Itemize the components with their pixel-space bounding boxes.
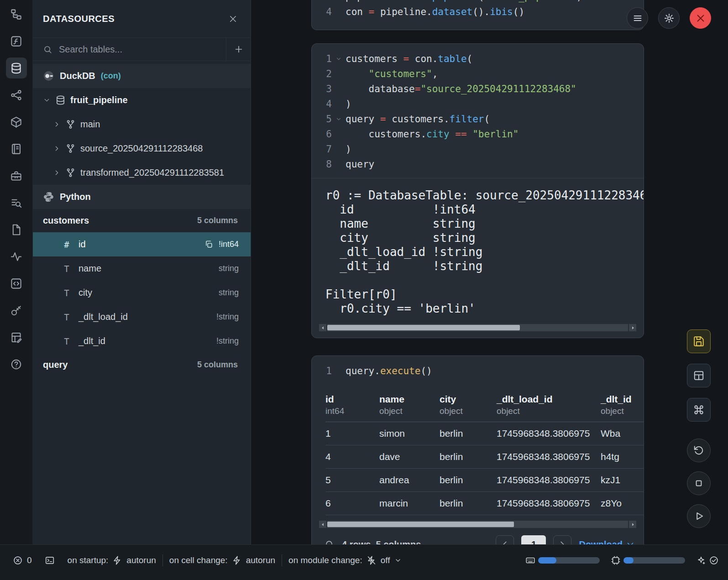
table-row[interactable]: 5andreaberlin1745968348.3806975kzJ1 bbox=[325, 469, 644, 492]
download-link[interactable]: Download bbox=[579, 539, 635, 545]
code-line[interactable]: 2 "customers", bbox=[312, 66, 644, 81]
scrollbar-thumb[interactable] bbox=[327, 325, 520, 330]
code-block-icon[interactable] bbox=[6, 273, 27, 294]
add-datasource-button[interactable] bbox=[226, 38, 251, 61]
on-startup-setting[interactable]: on startup: autorun bbox=[61, 555, 162, 565]
tree-item-fruit_pipeline[interactable]: fruit_pipeline bbox=[33, 88, 251, 112]
code-line[interactable]: 8query bbox=[312, 157, 644, 172]
code-line[interactable]: 4con = pipeline.dataset().ibis() bbox=[312, 4, 644, 19]
save-button[interactable] bbox=[687, 329, 711, 353]
help-icon[interactable] bbox=[6, 354, 27, 375]
scrollbar-track[interactable] bbox=[327, 521, 628, 528]
next-page-button[interactable] bbox=[553, 535, 571, 544]
scroll-left-icon[interactable] bbox=[319, 324, 326, 331]
function-icon[interactable] bbox=[6, 31, 27, 52]
settings-button[interactable] bbox=[658, 7, 680, 29]
page-number-box[interactable]: 1 bbox=[521, 535, 546, 544]
prev-page-button[interactable] bbox=[496, 535, 514, 544]
scrollbar-thumb[interactable] bbox=[327, 522, 514, 527]
code-line[interactable]: 1query.execute() bbox=[312, 363, 644, 378]
notebook-icon[interactable] bbox=[6, 138, 27, 159]
scrollbar-track[interactable] bbox=[327, 324, 628, 331]
command-palette-button[interactable] bbox=[687, 398, 711, 422]
code-line[interactable]: 6 customers.city == "berlin" bbox=[312, 126, 644, 141]
close-panel-icon[interactable] bbox=[228, 14, 238, 24]
graph-icon[interactable] bbox=[6, 84, 27, 105]
code-line[interactable]: 7) bbox=[312, 141, 644, 157]
close-button[interactable] bbox=[690, 7, 711, 29]
sparkles-icon[interactable] bbox=[696, 555, 706, 565]
scroll-left-icon[interactable] bbox=[319, 521, 326, 528]
customers-table-header[interactable]: customers 5 columns bbox=[33, 209, 251, 232]
chevron-down-icon[interactable] bbox=[43, 96, 51, 104]
table-header-id[interactable]: idint64 bbox=[325, 387, 379, 422]
table-row[interactable]: 4daveberlin1745968348.3806975h4tg bbox=[325, 445, 644, 469]
flow-tree-icon[interactable] bbox=[6, 4, 27, 25]
menu-button[interactable] bbox=[627, 7, 648, 29]
keyboard-icon[interactable] bbox=[525, 555, 535, 565]
code-line[interactable]: 4) bbox=[312, 96, 644, 111]
code-editor[interactable]: 1customers = con.table(2 "customers",3 d… bbox=[312, 44, 644, 178]
code-line[interactable]: 5query = customers.filter( bbox=[312, 111, 644, 126]
chevron-right-icon[interactable] bbox=[53, 169, 61, 177]
code-editor[interactable]: 3pipeline = dlt.pipeline("fruit_pipeline… bbox=[312, 0, 644, 26]
toolbox-icon[interactable] bbox=[6, 165, 27, 186]
tree-item-main[interactable]: main bbox=[33, 112, 251, 136]
on-module-change-setting[interactable]: on module change: off bbox=[282, 555, 408, 565]
query-table-header[interactable]: query 5 columns bbox=[33, 353, 251, 376]
fold-chevron-down-icon[interactable] bbox=[335, 116, 342, 122]
column-row-id[interactable]: #id!int64 bbox=[33, 232, 251, 256]
table-header-_dlt_id[interactable]: _dlt_idobject bbox=[601, 387, 644, 422]
key-icon[interactable] bbox=[6, 300, 27, 321]
search-tables-input[interactable] bbox=[59, 38, 226, 61]
activity-icon[interactable] bbox=[6, 246, 27, 267]
python-section-row[interactable]: Python bbox=[33, 185, 251, 209]
tree-item-source_202504291112283468[interactable]: source_202504291112283468 bbox=[33, 136, 251, 161]
undo-button[interactable] bbox=[687, 439, 711, 462]
chevron-right-icon[interactable] bbox=[53, 145, 61, 152]
scroll-right-icon[interactable] bbox=[629, 324, 636, 331]
code-cell-setup[interactable]: 3pipeline = dlt.pipeline("fruit_pipeline… bbox=[311, 0, 644, 30]
scroll-right-icon[interactable] bbox=[629, 521, 636, 528]
column-row-city[interactable]: Tcitystring bbox=[33, 281, 251, 305]
code-cell-execute[interactable]: 1query.execute() idint64nameobjectcityob… bbox=[311, 355, 644, 544]
run-button[interactable] bbox=[687, 504, 711, 528]
keyboard-slider[interactable] bbox=[538, 557, 600, 564]
layout-button[interactable] bbox=[687, 364, 711, 387]
on-cell-change-setting[interactable]: on cell change: autorun bbox=[163, 555, 282, 565]
code-line[interactable]: 3pipeline = dlt.pipeline("fruit_pipeline… bbox=[312, 0, 644, 4]
column-row-_dlt_id[interactable]: T_dlt_id!string bbox=[33, 329, 251, 353]
errors-indicator[interactable]: 0 bbox=[6, 555, 38, 565]
chip-slider[interactable] bbox=[623, 557, 685, 564]
code-editor[interactable]: 1query.execute() bbox=[312, 356, 644, 385]
code-line[interactable]: 3 database="source_202504291112283468" bbox=[312, 81, 644, 96]
database-icon[interactable] bbox=[6, 57, 27, 78]
output-horizontal-scrollbar[interactable] bbox=[319, 324, 636, 331]
table-row[interactable]: 1simonberlin1745968348.3806975Wba bbox=[325, 422, 644, 445]
fold-chevron-down-icon[interactable] bbox=[335, 56, 342, 62]
code-line[interactable]: 1customers = con.table( bbox=[312, 51, 644, 66]
check-circle-icon[interactable] bbox=[709, 555, 719, 565]
terminal-button[interactable] bbox=[38, 555, 61, 565]
table-row[interactable]: 6marcinberlin1745968348.3806975z8Yo bbox=[325, 492, 644, 515]
table-header-_dlt_load_id[interactable]: _dlt_load_idobject bbox=[497, 387, 601, 422]
copy-icon[interactable] bbox=[204, 240, 213, 249]
table-header-name[interactable]: nameobject bbox=[379, 387, 440, 422]
output-line bbox=[325, 273, 644, 287]
document-icon[interactable] bbox=[6, 219, 27, 240]
chevron-right-icon[interactable] bbox=[53, 120, 61, 128]
code-cell-query[interactable]: 1customers = con.table(2 "customers",3 d… bbox=[311, 43, 644, 338]
column-row-name[interactable]: Tnamestring bbox=[33, 256, 251, 281]
stop-button[interactable] bbox=[687, 471, 711, 495]
table-search-icon[interactable] bbox=[325, 539, 335, 544]
column-row-_dlt_load_id[interactable]: T_dlt_load_id!string bbox=[33, 305, 251, 329]
table-edit-icon[interactable] bbox=[6, 327, 27, 348]
chip-icon[interactable] bbox=[611, 555, 621, 565]
list-search-icon[interactable] bbox=[6, 192, 27, 213]
duckdb-connection-row[interactable]: DuckDB (con) bbox=[33, 64, 251, 88]
cells-column: 3pipeline = dlt.pipeline("fruit_pipeline… bbox=[311, 0, 644, 544]
package-icon[interactable] bbox=[6, 111, 27, 132]
tree-item-transformed_202504291112283581[interactable]: transformed_202504291112283581 bbox=[33, 161, 251, 185]
table-header-city[interactable]: cityobject bbox=[440, 387, 497, 422]
table-horizontal-scrollbar[interactable] bbox=[319, 521, 636, 528]
